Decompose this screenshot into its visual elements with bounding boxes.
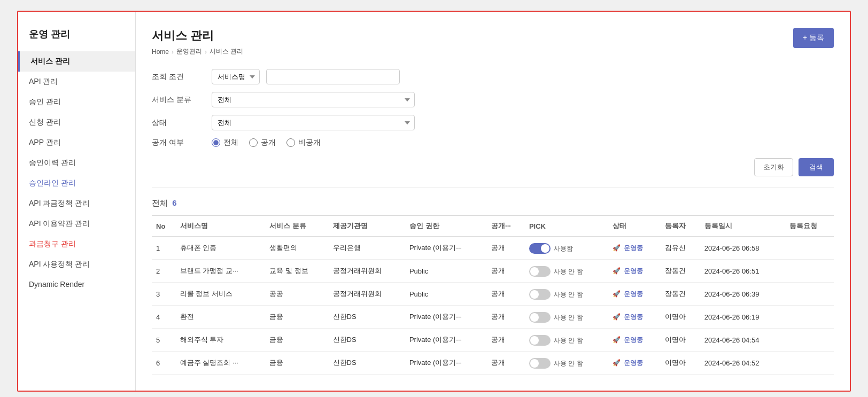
filter-section: 조회 조건 서비스명 서비스ID 서비스 분류 전체 금융 교육 및 정보 생활… bbox=[152, 69, 834, 147]
col-reg-date: 등록일시 bbox=[700, 215, 785, 237]
action-row: 초기화 검색 bbox=[152, 158, 834, 176]
reset-button[interactable]: 초기화 bbox=[754, 158, 793, 176]
rocket-icon-1: 🚀 bbox=[613, 244, 621, 252]
sidebar: 운영 관리 서비스 관리API 관리승인 관리신청 관리APP 관리승인이력 관… bbox=[18, 12, 136, 391]
radio-private-input[interactable] bbox=[286, 138, 295, 147]
pick-toggle-wrap-2[interactable]: 사용 안 함 bbox=[529, 266, 583, 277]
status-badge-5: 🚀운영중 bbox=[613, 336, 643, 345]
pick-toggle-4[interactable] bbox=[529, 312, 551, 323]
query-condition-input[interactable] bbox=[266, 69, 400, 84]
status-badge-2: 🚀운영중 bbox=[613, 267, 643, 276]
cell-pick[interactable]: 사용 안 함 bbox=[525, 306, 608, 329]
cell-reg-request bbox=[785, 306, 834, 329]
radio-all[interactable]: 전체 bbox=[212, 138, 238, 147]
cell-provider: 신한DS bbox=[329, 306, 405, 329]
pick-toggle-3[interactable] bbox=[529, 289, 551, 300]
sidebar-item-approval-mgmt[interactable]: 승인 관리 bbox=[18, 92, 135, 112]
sidebar-item-billing-claim[interactable]: 과금청구 관리 bbox=[18, 234, 135, 254]
breadcrumb-sep1: › bbox=[172, 48, 174, 56]
breadcrumb-ops[interactable]: 운영관리 bbox=[176, 47, 202, 56]
sidebar-item-dynamic-render[interactable]: Dynamic Render bbox=[18, 275, 135, 294]
service-category-label: 서비스 분류 bbox=[152, 95, 205, 105]
cell-reg-request bbox=[785, 329, 834, 352]
rocket-icon-5: 🚀 bbox=[613, 336, 621, 344]
sidebar-item-app-mgmt[interactable]: APP 관리 bbox=[18, 133, 135, 153]
col-approval: 승인 권한 bbox=[405, 215, 487, 237]
cell-pick[interactable]: 사용 안 함 bbox=[525, 260, 608, 283]
radio-public[interactable]: 공개 bbox=[249, 138, 276, 147]
table-row: 1 휴대폰 인증 생활편의 우리은행 Private (이용기··· 공개 사용… bbox=[152, 237, 834, 260]
radio-all-input[interactable] bbox=[212, 138, 220, 147]
pick-toggle-2[interactable] bbox=[529, 266, 551, 277]
cell-service-name[interactable]: 휴대폰 인증 bbox=[176, 237, 266, 260]
cell-reg-request bbox=[785, 260, 834, 283]
sidebar-item-api-mgmt[interactable]: API 관리 bbox=[18, 72, 135, 92]
col-pick: PICK bbox=[525, 215, 608, 237]
table-header: No 서비스명 서비스 분류 제공기관명 승인 권한 공개··· PICK 상태… bbox=[152, 215, 834, 237]
sidebar-item-api-terms[interactable]: API 이용약관 관리 bbox=[18, 214, 135, 234]
pick-toggle-6[interactable] bbox=[529, 358, 551, 369]
cell-pick[interactable]: 사용 안 함 bbox=[525, 283, 608, 306]
cell-public: 공개 bbox=[487, 352, 525, 375]
breadcrumb-current: 서비스 관리 bbox=[210, 47, 243, 56]
cell-no: 2 bbox=[152, 260, 176, 283]
col-registrant: 등록자 bbox=[661, 215, 700, 237]
public-radio-group: 전체 공개 비공개 bbox=[212, 138, 321, 147]
sidebar-item-approval-online[interactable]: 승인라인 관리 bbox=[18, 173, 135, 193]
status-badge-1: 🚀운영중 bbox=[613, 244, 643, 253]
cell-pick[interactable]: 사용함 bbox=[525, 237, 608, 260]
sidebar-item-service-mgmt[interactable]: 서비스 관리 bbox=[18, 51, 135, 72]
sidebar-item-request-mgmt[interactable]: 신청 관리 bbox=[18, 112, 135, 133]
cell-service-name[interactable]: 환전 bbox=[176, 306, 266, 329]
query-condition-label: 조회 조건 bbox=[152, 72, 205, 82]
pick-toggle-1[interactable] bbox=[529, 243, 551, 254]
table-row: 6 예금주 실명조회 ··· 금융 신한DS Private (이용기··· 공… bbox=[152, 352, 834, 375]
cell-reg-date: 2024-06-26 06:58 bbox=[700, 237, 785, 260]
cell-approval: Private (이용기··· bbox=[405, 352, 487, 375]
cell-status: 🚀운영중 bbox=[608, 306, 661, 329]
cell-service-name[interactable]: 예금주 실명조회 ··· bbox=[176, 352, 266, 375]
service-category-select[interactable]: 전체 금융 교육 및 정보 생활편의 공공 bbox=[212, 92, 415, 107]
register-button[interactable]: + 등록 bbox=[793, 28, 834, 48]
col-no: No bbox=[152, 215, 176, 237]
cell-service-name[interactable]: 브랜드 가맹점 교··· bbox=[176, 260, 266, 283]
rocket-icon-4: 🚀 bbox=[613, 313, 621, 321]
cell-category: 금융 bbox=[265, 329, 328, 352]
sidebar-item-approval-history[interactable]: 승인이력 관리 bbox=[18, 153, 135, 173]
public-label: 공개 여부 bbox=[152, 138, 205, 147]
public-row: 공개 여부 전체 공개 비공개 bbox=[152, 138, 834, 147]
cell-no: 5 bbox=[152, 329, 176, 352]
cell-no: 3 bbox=[152, 283, 176, 306]
cell-status: 🚀운영중 bbox=[608, 329, 661, 352]
cell-reg-request bbox=[785, 283, 834, 306]
status-badge-4: 🚀운영중 bbox=[613, 313, 643, 322]
breadcrumb-home[interactable]: Home bbox=[152, 48, 169, 56]
page-header: 서비스 관리 Home › 운영관리 › 서비스 관리 + 등록 bbox=[152, 28, 834, 56]
cell-pick[interactable]: 사용 안 함 bbox=[525, 329, 608, 352]
radio-public-input[interactable] bbox=[249, 138, 258, 147]
sidebar-item-api-rate-policy[interactable]: API 과금정책 관리 bbox=[18, 193, 135, 214]
cell-pick[interactable]: 사용 안 함 bbox=[525, 352, 608, 375]
status-label: 상태 bbox=[152, 118, 205, 128]
query-condition-select[interactable]: 서비스명 서비스ID bbox=[212, 69, 260, 84]
radio-private-label: 비공개 bbox=[298, 138, 321, 147]
pick-toggle-wrap-3[interactable]: 사용 안 함 bbox=[529, 289, 583, 300]
search-button[interactable]: 검색 bbox=[799, 158, 834, 176]
cell-status: 🚀운영중 bbox=[608, 260, 661, 283]
status-badge-6: 🚀운영중 bbox=[613, 359, 643, 368]
radio-private[interactable]: 비공개 bbox=[286, 138, 321, 147]
sidebar-title: 운영 관리 bbox=[18, 22, 135, 51]
pick-toggle-5[interactable] bbox=[529, 335, 551, 346]
cell-approval: Private (이용기··· bbox=[405, 329, 487, 352]
pick-toggle-wrap-4[interactable]: 사용 안 함 bbox=[529, 312, 583, 323]
pick-toggle-wrap-5[interactable]: 사용 안 함 bbox=[529, 335, 583, 346]
status-select[interactable]: 전체 운영중 중단 대기 bbox=[212, 115, 415, 130]
pick-toggle-wrap-6[interactable]: 사용 안 함 bbox=[529, 358, 583, 369]
cell-service-name[interactable]: 해외주식 투자 bbox=[176, 329, 266, 352]
sidebar-item-api-policy[interactable]: API 사용정책 관리 bbox=[18, 254, 135, 275]
data-table: No 서비스명 서비스 분류 제공기관명 승인 권한 공개··· PICK 상태… bbox=[152, 215, 834, 375]
breadcrumb: Home › 운영관리 › 서비스 관리 bbox=[152, 47, 243, 56]
cell-service-name[interactable]: 리콜 정보 서비스 bbox=[176, 283, 266, 306]
cell-approval: Private (이용기··· bbox=[405, 306, 487, 329]
pick-toggle-wrap-1[interactable]: 사용함 bbox=[529, 243, 573, 254]
